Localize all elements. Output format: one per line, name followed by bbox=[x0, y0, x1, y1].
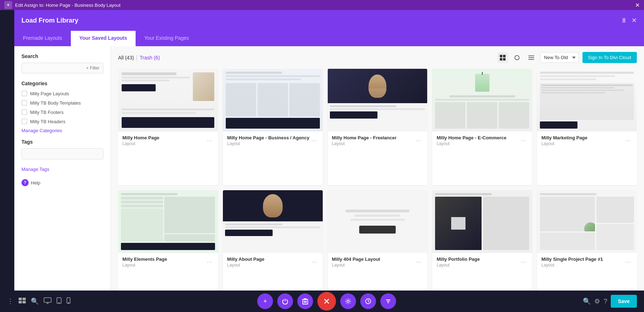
checkbox-milly-tb-body[interactable] bbox=[21, 100, 27, 106]
modal-header: Load From Library ⏸ ✕ bbox=[14, 10, 644, 31]
card-info-business: Milly Home Page - Business / Agency Layo… bbox=[223, 131, 323, 150]
card-menu-elements[interactable]: ⋯ bbox=[205, 258, 214, 266]
svg-point-4 bbox=[515, 56, 519, 60]
filter-button[interactable]: + Filter bbox=[86, 66, 99, 71]
sort-select[interactable]: New To Old Old To New A to Z Z to A bbox=[540, 52, 579, 63]
modal-header-actions: ⏸ ✕ bbox=[621, 16, 637, 24]
card-info-404: Milly 404 Page Layout Layout ⋯ bbox=[328, 253, 428, 271]
card-preview-milly-home bbox=[118, 69, 218, 131]
layout-card-about[interactable]: Milly About Page Layout ⋯ bbox=[223, 190, 323, 307]
category-milly-page[interactable]: Milly Page Layouts bbox=[21, 91, 103, 96]
layout-card-single[interactable]: Milly Single Project Page #1 Layout ⋯ bbox=[537, 190, 637, 307]
sign-in-divi-cloud-button[interactable]: Sign In To Divi Cloud bbox=[582, 52, 637, 63]
tab-existing-pages[interactable]: Your Existing Pages bbox=[136, 31, 197, 46]
category-milly-tb-headers[interactable]: Milly TB Headers bbox=[21, 119, 103, 124]
settings-right-icon[interactable]: ⚙ bbox=[594, 297, 600, 305]
svg-point-26 bbox=[347, 300, 349, 302]
card-menu-freelancer[interactable]: ⋯ bbox=[414, 136, 423, 145]
layout-card-marketing[interactable]: Milly Marketing Page Layout ⋯ bbox=[537, 69, 637, 185]
list-view-button[interactable] bbox=[526, 52, 537, 63]
card-info-elements: Milly Elements Page Layout ⋯ bbox=[118, 253, 218, 271]
tab-saved-layouts[interactable]: Your Saved Layouts bbox=[71, 31, 136, 46]
phone-icon[interactable] bbox=[67, 297, 70, 306]
add-bottom-button[interactable]: + bbox=[257, 293, 273, 309]
card-preview-business bbox=[223, 69, 323, 131]
tab-premade-layouts[interactable]: Premade Layouts bbox=[14, 31, 71, 46]
toolbar-right: New To Old Old To New A to Z Z to A Sign… bbox=[497, 52, 637, 63]
bottom-left: ⋮ 🔍 bbox=[7, 297, 70, 306]
card-preview-portfolio bbox=[432, 190, 532, 253]
trash-bottom-button[interactable] bbox=[297, 293, 313, 309]
card-info-milly-home: Milly Home Page Layout ⋯ bbox=[118, 131, 218, 150]
search-right-icon[interactable]: 🔍 bbox=[583, 297, 591, 305]
grid-layout-icon[interactable] bbox=[19, 298, 26, 305]
tags-input[interactable] bbox=[21, 148, 103, 159]
card-menu-business[interactable]: ⋯ bbox=[310, 136, 318, 145]
layout-card-404[interactable]: Milly 404 Page Layout Layout ⋯ bbox=[328, 190, 428, 307]
checkbox-milly-page[interactable] bbox=[21, 91, 27, 96]
category-milly-tb-body[interactable]: Milly TB Body Templates bbox=[21, 100, 103, 106]
more-options-icon[interactable]: ⋮ bbox=[7, 297, 14, 305]
save-button[interactable]: Save bbox=[611, 295, 637, 308]
svg-rect-12 bbox=[44, 298, 51, 302]
modal-body: Search + Filter Categories Milly Page La… bbox=[14, 46, 644, 312]
sort-bottom-button[interactable] bbox=[380, 293, 396, 309]
help-icon: ? bbox=[21, 179, 29, 186]
layout-card-milly-home[interactable]: Milly Home Page Layout ⋯ bbox=[118, 69, 218, 185]
modal-close-icon[interactable]: ✕ bbox=[631, 16, 637, 24]
top-bar-close-icon[interactable]: ✕ bbox=[635, 2, 640, 9]
card-name-milly-home: Milly Home Page bbox=[122, 135, 159, 140]
modal-title: Load From Library bbox=[21, 17, 78, 24]
filter-all[interactable]: All (43) bbox=[118, 55, 134, 61]
layout-card-elements[interactable]: Milly Elements Page Layout ⋯ bbox=[118, 190, 218, 307]
tablet-icon[interactable] bbox=[57, 297, 62, 306]
layout-card-portfolio[interactable]: Milly Portfolio Page Layout ⋯ bbox=[432, 190, 532, 307]
card-name-business: Milly Home Page - Business / Agency bbox=[227, 135, 309, 140]
close-bottom-button[interactable] bbox=[317, 292, 336, 311]
manage-tags-link[interactable]: Manage Tags bbox=[21, 167, 103, 172]
svg-point-16 bbox=[59, 302, 59, 303]
tags-label: Tags bbox=[21, 139, 103, 145]
history-bottom-button[interactable] bbox=[360, 293, 376, 309]
card-menu-marketing[interactable]: ⋯ bbox=[624, 136, 633, 145]
help-label: Help bbox=[31, 180, 40, 186]
checkbox-milly-tb-headers[interactable] bbox=[21, 119, 27, 124]
layout-card-freelancer[interactable]: Milly Home Page - Freelancer Layout ⋯ bbox=[328, 69, 428, 185]
sidebar: Search + Filter Categories Milly Page La… bbox=[14, 46, 111, 312]
add-icon[interactable]: + bbox=[4, 1, 12, 9]
manage-categories-link[interactable]: Manage Categories bbox=[21, 128, 103, 133]
filter-trash[interactable]: Trash (6) bbox=[140, 55, 160, 61]
svg-rect-11 bbox=[23, 301, 26, 303]
help-right-icon[interactable]: ? bbox=[604, 298, 607, 305]
layout-grid: Milly Home Page Layout ⋯ bbox=[118, 69, 637, 306]
layout-card-business[interactable]: Milly Home Page - Business / Agency Layo… bbox=[223, 69, 323, 185]
search-bottom-icon[interactable]: 🔍 bbox=[31, 297, 39, 305]
settings-bottom-button[interactable] bbox=[340, 293, 356, 309]
layout-card-ecommerce[interactable]: Milly Home Page - E-Commerce Layout ⋯ bbox=[432, 69, 532, 185]
power-button[interactable] bbox=[277, 293, 293, 309]
card-info-ecommerce: Milly Home Page - E-Commerce Layout ⋯ bbox=[432, 131, 532, 150]
svg-rect-0 bbox=[500, 55, 502, 57]
svg-point-18 bbox=[68, 302, 69, 303]
content-toolbar: All (43) | Trash (6) bbox=[118, 52, 637, 63]
categories-label: Categories bbox=[21, 81, 103, 86]
paint-view-button[interactable] bbox=[512, 52, 522, 63]
search-box[interactable]: + Filter bbox=[21, 63, 103, 73]
card-menu-ecommerce[interactable]: ⋯ bbox=[519, 136, 528, 145]
filter-separator: | bbox=[136, 54, 137, 61]
card-preview-404 bbox=[328, 190, 428, 253]
card-preview-freelancer bbox=[328, 69, 428, 131]
grid-view-button[interactable] bbox=[497, 52, 508, 63]
card-menu-portfolio[interactable]: ⋯ bbox=[519, 258, 528, 266]
card-menu-milly-home[interactable]: ⋯ bbox=[205, 136, 214, 145]
card-menu-single[interactable]: ⋯ bbox=[624, 258, 633, 266]
card-info-about: Milly About Page Layout ⋯ bbox=[223, 253, 323, 271]
card-name-elements: Milly Elements Page bbox=[122, 256, 167, 262]
pause-icon[interactable]: ⏸ bbox=[621, 17, 627, 24]
category-milly-tb-footers[interactable]: Milly TB Footers bbox=[21, 109, 103, 115]
checkbox-milly-tb-footers[interactable] bbox=[21, 109, 27, 115]
help-button[interactable]: ? Help bbox=[21, 179, 103, 186]
card-menu-about[interactable]: ⋯ bbox=[310, 258, 318, 266]
desktop-icon[interactable] bbox=[44, 297, 52, 306]
card-menu-404[interactable]: ⋯ bbox=[414, 258, 423, 266]
